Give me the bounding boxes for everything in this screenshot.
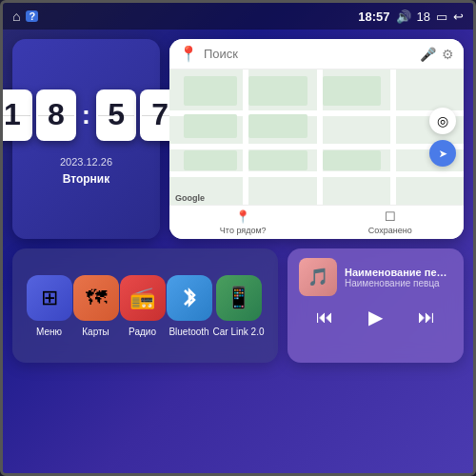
status-bar: ⌂ ? 18:57 🔊 18 ▭ ↩	[3, 3, 473, 30]
min-tens: 5	[96, 89, 136, 141]
google-logo: Google	[175, 193, 205, 203]
tab-nearby-label: Что рядом?	[220, 226, 267, 235]
tab-saved[interactable]: ☐ Сохранено	[317, 206, 465, 239]
radio-icon: 📻	[120, 275, 166, 321]
menu-icon: ⊞	[27, 275, 72, 321]
app-radio[interactable]: 📻 Радио	[120, 275, 166, 337]
apps-widget: ⊞ Меню 🗺 Карты 📻 Радио	[12, 248, 278, 363]
map-search-icons: 🎤 ⚙	[420, 47, 454, 62]
tab-saved-label: Сохранено	[368, 226, 412, 235]
main-content: 1 8 : 5 7 2023.12.26 Вторник 📍 🎤	[3, 30, 473, 473]
music-artist: Наименование певца	[345, 278, 452, 288]
app-maps-label: Карты	[82, 327, 109, 337]
app-menu-label: Меню	[36, 327, 62, 337]
map-tabs: 📍 Что рядом? ☐ Сохранено	[169, 205, 464, 239]
app-bt-label: Bluetooth	[169, 327, 208, 337]
app-maps[interactable]: 🗺 Карты	[73, 275, 119, 337]
nearby-icon: 📍	[235, 209, 250, 224]
volume-icon: 🔊	[396, 10, 411, 24]
music-widget: 🎵 Наименование песни Наименование певца …	[288, 248, 464, 363]
app-radio-label: Радио	[129, 327, 156, 337]
music-title: Наименование песни	[345, 267, 452, 278]
top-row: 1 8 : 5 7 2023.12.26 Вторник 📍 🎤	[12, 39, 464, 239]
app-carlink[interactable]: 📱 Car Link 2.0	[213, 275, 265, 337]
map-fab-buttons: ◎ ➤	[429, 108, 456, 167]
question-icon[interactable]: ?	[26, 10, 38, 22]
prev-button[interactable]: ⏮	[316, 307, 333, 327]
carlink-icon: 📱	[216, 275, 262, 321]
map-widget: 📍 🎤 ⚙	[169, 39, 464, 239]
music-text: Наименование песни Наименование певца	[345, 267, 452, 288]
maps-icon: 🗺	[73, 275, 119, 321]
map-road	[390, 69, 396, 205]
status-time: 18:57	[358, 10, 389, 24]
settings-icon[interactable]: ⚙	[442, 47, 454, 62]
next-button[interactable]: ⏭	[418, 307, 435, 327]
bluetooth-icon	[167, 275, 212, 321]
map-pin-icon: 📍	[179, 45, 198, 63]
date-display: 2023.12.26	[60, 154, 112, 171]
music-info-row: 🎵 Наименование песни Наименование певца	[299, 258, 452, 296]
play-button[interactable]: ▶	[368, 306, 383, 328]
tab-nearby[interactable]: 📍 Что рядом?	[169, 206, 317, 239]
hour-ones: 8	[36, 89, 76, 141]
saved-icon: ☐	[385, 209, 396, 224]
clock-widget: 1 8 : 5 7 2023.12.26 Вторник	[12, 39, 160, 239]
flip-clock: 1 8 : 5 7	[0, 89, 180, 141]
clock-date: 2023.12.26 Вторник	[60, 154, 112, 189]
map-road	[243, 69, 248, 205]
app-menu[interactable]: ⊞ Меню	[27, 275, 72, 337]
battery-level: 18	[417, 10, 430, 24]
target-btn[interactable]: ◎	[429, 108, 456, 134]
screen: ⌂ ? 18:57 🔊 18 ▭ ↩ 1 8 : 5 7	[0, 0, 476, 476]
bottom-row: ⊞ Меню 🗺 Карты 📻 Радио	[12, 248, 464, 363]
map-road	[317, 69, 323, 205]
navigate-btn[interactable]: ➤	[429, 140, 456, 167]
mic-icon[interactable]: 🎤	[420, 47, 436, 62]
music-artwork: 🎵	[299, 258, 337, 296]
hour-tens: 1	[0, 89, 32, 141]
back-icon[interactable]: ↩	[453, 10, 464, 24]
map-search-input[interactable]	[204, 47, 414, 61]
music-art-icon: 🎵	[307, 267, 328, 288]
map-body: Google ◎ ➤	[169, 69, 464, 205]
map-search-bar: 📍 🎤 ⚙	[169, 39, 464, 69]
status-right: 18:57 🔊 18 ▭ ↩	[358, 10, 464, 24]
home-icon[interactable]: ⌂	[12, 9, 20, 24]
app-carlink-label: Car Link 2.0	[213, 327, 265, 337]
battery-icon: ▭	[436, 10, 447, 24]
weekday-display: Вторник	[60, 170, 112, 188]
music-controls: ⏮ ▶ ⏭	[299, 302, 452, 328]
app-bluetooth[interactable]: Bluetooth	[167, 275, 212, 337]
status-left: ⌂ ?	[12, 9, 38, 24]
